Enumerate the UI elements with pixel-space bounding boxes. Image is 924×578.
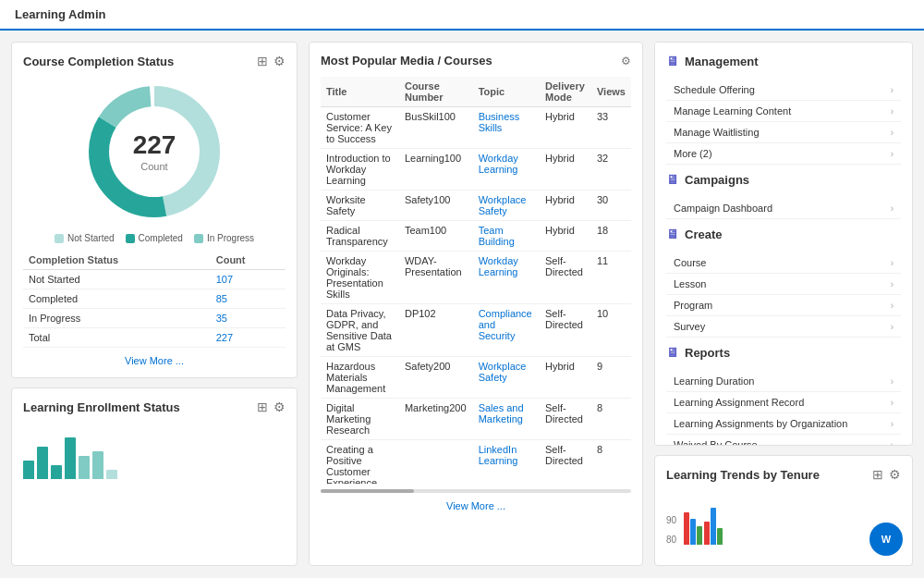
completion-view-more[interactable]: View More ... (23, 355, 286, 366)
status-cell: In Progress (23, 309, 211, 328)
popular-media-settings-icon[interactable]: ⚙ (621, 55, 631, 68)
list-item[interactable]: Manage Learning Content › (666, 101, 901, 122)
legend-not-started: Not Started (55, 233, 115, 243)
popular-view-more[interactable]: View More ... (321, 500, 631, 511)
table-row: Total 227 (23, 328, 286, 348)
chevron-right-icon: › (891, 398, 894, 408)
trends-settings-icon[interactable]: ⚙ (889, 467, 901, 482)
count-cell[interactable]: 85 (211, 289, 286, 309)
bar-red-2 (704, 522, 710, 545)
management-section: 🖥 Management Schedule Offering › Manage … (666, 54, 901, 165)
trends-title: Learning Trends by Tenure (666, 468, 820, 482)
trends-y-90: 90 (666, 515, 676, 525)
donut-center: 227 Count (133, 130, 176, 173)
list-item[interactable]: Survey › (666, 316, 901, 338)
col-title: Title (321, 77, 399, 107)
chevron-right-icon: › (891, 440, 894, 447)
management-title: Management (685, 55, 758, 68)
list-item[interactable]: Schedule Offering › (666, 80, 901, 101)
list-item[interactable]: Program › (666, 295, 901, 316)
delivery-cell: Self-Directed (540, 399, 591, 440)
chevron-right-icon: › (891, 279, 894, 289)
list-item[interactable]: Waived By Course › (666, 435, 901, 446)
table-row: In Progress 35 (23, 309, 286, 328)
views-cell: 33 (591, 107, 631, 149)
topic-cell[interactable]: Business Skills (473, 107, 540, 149)
topic-cell[interactable]: Workday Learning (473, 252, 540, 304)
campaigns-items: Campaign Dashboard › (666, 198, 901, 219)
list-item[interactable]: Manage Waitlisting › (666, 122, 901, 143)
management-icon: 🖥 (666, 54, 679, 68)
create-icon: 🖥 (666, 227, 679, 241)
list-item[interactable]: More (2) › (666, 143, 901, 165)
enrollment-settings-icon[interactable]: ⚙ (274, 400, 286, 414)
col-status: Completion Status (23, 251, 211, 270)
table-row: Digital Marketing Research Marketing200 … (321, 399, 631, 440)
enroll-bar-5 (79, 456, 90, 479)
enrollment-header: Learning Enrollment Status ⊞ ⚙ (23, 400, 286, 414)
chevron-right-icon: › (891, 258, 894, 268)
list-item[interactable]: Lesson › (666, 274, 901, 295)
legend-dot-not-started (55, 234, 64, 243)
count-cell[interactable]: 107 (211, 270, 286, 289)
learning-trends-card: Learning Trends by Tenure ⊞ ⚙ 90 80 (654, 455, 913, 566)
list-item[interactable]: Course › (666, 252, 901, 274)
settings-icon[interactable]: ⚙ (274, 54, 286, 68)
chevron-right-icon: › (891, 106, 894, 117)
delivery-cell: Hybrid (540, 107, 591, 149)
table-row: Creating a Positive Customer Experience … (321, 440, 631, 485)
item-label: Program (674, 300, 712, 311)
topic-cell[interactable]: Sales and Marketing (473, 399, 540, 440)
topic-cell[interactable]: Workplace Safety (473, 191, 540, 221)
enroll-bar-7 (106, 470, 117, 479)
list-item[interactable]: Learning Assignment Record › (666, 392, 901, 413)
views-cell: 9 (591, 357, 631, 399)
enroll-bar-3 (51, 465, 62, 479)
chevron-right-icon: › (891, 376, 894, 387)
chevron-right-icon: › (891, 301, 894, 311)
trends-y-80: 80 (666, 535, 676, 545)
trends-grid-icon[interactable]: ⊞ (872, 467, 883, 482)
legend-label-not-started: Not Started (67, 233, 115, 243)
delivery-cell: Hybrid (540, 191, 591, 221)
topic-cell[interactable]: Workplace Safety (473, 357, 540, 399)
views-cell: 10 (591, 304, 631, 357)
trends-y-axis: 90 80 (666, 515, 676, 545)
donut-legend: Not Started Completed In Progress (23, 233, 286, 243)
completion-table: Completion Status Count Not Started 107 … (23, 251, 286, 348)
grid-icon[interactable]: ⊞ (257, 54, 268, 68)
enrollment-grid-icon[interactable]: ⊞ (257, 400, 268, 414)
title-cell: Hazardous Materials Management (321, 357, 399, 399)
list-item[interactable]: Campaign Dashboard › (666, 198, 901, 219)
title-cell: Digital Marketing Research (321, 399, 399, 440)
coursenum-cell: BusSkil100 (399, 107, 473, 149)
list-item[interactable]: Learning Duration › (666, 371, 901, 392)
topic-cell[interactable]: LinkedIn Learning (473, 440, 540, 485)
status-cell: Not Started (23, 270, 211, 289)
trends-bar-chart (684, 498, 723, 545)
item-label: Campaign Dashboard (674, 203, 772, 214)
col-delivery: Delivery Mode (540, 77, 591, 107)
item-label: Manage Waitlisting (674, 127, 760, 138)
topic-cell[interactable]: Team Building (473, 221, 540, 252)
chevron-right-icon: › (891, 128, 894, 138)
list-item[interactable]: Learning Assignments by Organization › (666, 413, 901, 435)
popular-media-table-scroll[interactable]: Title Course Number Topic Delivery Mode … (321, 77, 631, 484)
bar-green-1 (697, 526, 702, 545)
delivery-cell: Hybrid (540, 357, 591, 399)
campaigns-section: 🖥 Campaigns Campaign Dashboard › (666, 172, 901, 219)
title-cell: Radical Transparency (321, 221, 399, 252)
donut-chart: 227 Count (80, 78, 228, 226)
legend-label-completed: Completed (139, 233, 183, 243)
topic-cell[interactable]: Compliance and Security (473, 304, 540, 357)
count-cell[interactable]: 227 (211, 328, 286, 348)
views-cell: 18 (591, 221, 631, 252)
popular-media-header: Most Popular Media / Courses ⚙ (321, 54, 631, 68)
app-title: Learning Admin (15, 7, 105, 21)
status-cell: Completed (23, 289, 211, 309)
campaigns-header: 🖥 Campaigns (666, 172, 901, 191)
table-scrollbar[interactable] (321, 489, 631, 493)
topic-cell[interactable]: Workday Learning (473, 149, 540, 191)
workday-badge[interactable]: W (869, 523, 903, 556)
count-cell[interactable]: 35 (211, 309, 286, 328)
